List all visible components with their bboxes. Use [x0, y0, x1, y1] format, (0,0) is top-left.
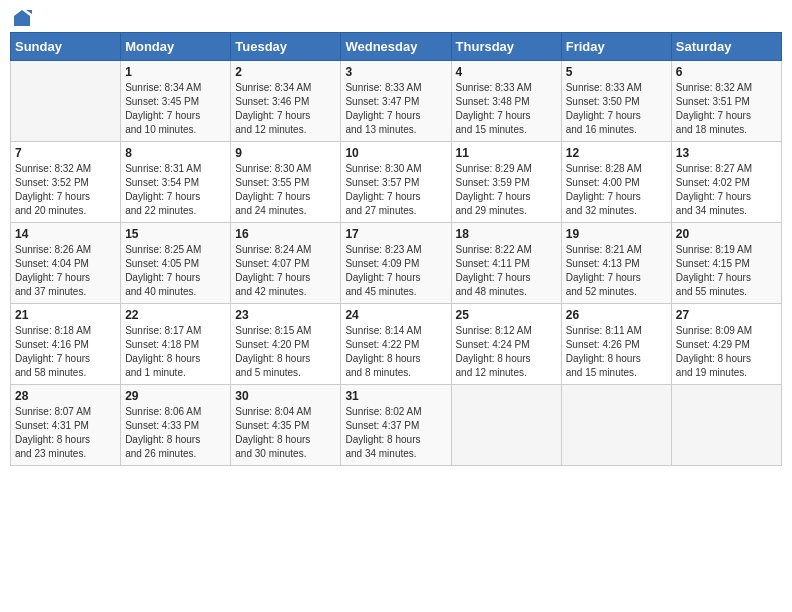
page-header: [10, 10, 782, 24]
calendar-cell: 23Sunrise: 8:15 AMSunset: 4:20 PMDayligh…: [231, 304, 341, 385]
day-number: 18: [456, 227, 557, 241]
weekday-header-sunday: Sunday: [11, 33, 121, 61]
week-row-2: 7Sunrise: 8:32 AMSunset: 3:52 PMDaylight…: [11, 142, 782, 223]
calendar-cell: 8Sunrise: 8:31 AMSunset: 3:54 PMDaylight…: [121, 142, 231, 223]
day-info: Sunrise: 8:33 AMSunset: 3:47 PMDaylight:…: [345, 81, 446, 137]
calendar-cell: 14Sunrise: 8:26 AMSunset: 4:04 PMDayligh…: [11, 223, 121, 304]
day-number: 16: [235, 227, 336, 241]
day-number: 3: [345, 65, 446, 79]
day-info: Sunrise: 8:11 AMSunset: 4:26 PMDaylight:…: [566, 324, 667, 380]
week-row-1: 1Sunrise: 8:34 AMSunset: 3:45 PMDaylight…: [11, 61, 782, 142]
day-info: Sunrise: 8:31 AMSunset: 3:54 PMDaylight:…: [125, 162, 226, 218]
week-row-5: 28Sunrise: 8:07 AMSunset: 4:31 PMDayligh…: [11, 385, 782, 466]
day-number: 11: [456, 146, 557, 160]
day-number: 21: [15, 308, 116, 322]
calendar-cell: 21Sunrise: 8:18 AMSunset: 4:16 PMDayligh…: [11, 304, 121, 385]
calendar-cell: 24Sunrise: 8:14 AMSunset: 4:22 PMDayligh…: [341, 304, 451, 385]
calendar-cell: [451, 385, 561, 466]
calendar-body: 1Sunrise: 8:34 AMSunset: 3:45 PMDaylight…: [11, 61, 782, 466]
day-number: 24: [345, 308, 446, 322]
calendar-cell: 15Sunrise: 8:25 AMSunset: 4:05 PMDayligh…: [121, 223, 231, 304]
weekday-header-wednesday: Wednesday: [341, 33, 451, 61]
day-info: Sunrise: 8:34 AMSunset: 3:45 PMDaylight:…: [125, 81, 226, 137]
day-number: 7: [15, 146, 116, 160]
calendar-cell: 5Sunrise: 8:33 AMSunset: 3:50 PMDaylight…: [561, 61, 671, 142]
day-info: Sunrise: 8:32 AMSunset: 3:52 PMDaylight:…: [15, 162, 116, 218]
calendar-cell: 18Sunrise: 8:22 AMSunset: 4:11 PMDayligh…: [451, 223, 561, 304]
day-info: Sunrise: 8:30 AMSunset: 3:55 PMDaylight:…: [235, 162, 336, 218]
day-number: 27: [676, 308, 777, 322]
day-info: Sunrise: 8:12 AMSunset: 4:24 PMDaylight:…: [456, 324, 557, 380]
calendar-cell: 30Sunrise: 8:04 AMSunset: 4:35 PMDayligh…: [231, 385, 341, 466]
calendar-cell: 7Sunrise: 8:32 AMSunset: 3:52 PMDaylight…: [11, 142, 121, 223]
day-number: 28: [15, 389, 116, 403]
day-info: Sunrise: 8:14 AMSunset: 4:22 PMDaylight:…: [345, 324, 446, 380]
day-number: 14: [15, 227, 116, 241]
weekday-header-tuesday: Tuesday: [231, 33, 341, 61]
day-info: Sunrise: 8:17 AMSunset: 4:18 PMDaylight:…: [125, 324, 226, 380]
day-info: Sunrise: 8:09 AMSunset: 4:29 PMDaylight:…: [676, 324, 777, 380]
day-info: Sunrise: 8:34 AMSunset: 3:46 PMDaylight:…: [235, 81, 336, 137]
calendar-cell: 6Sunrise: 8:32 AMSunset: 3:51 PMDaylight…: [671, 61, 781, 142]
weekday-header-saturday: Saturday: [671, 33, 781, 61]
day-info: Sunrise: 8:33 AMSunset: 3:48 PMDaylight:…: [456, 81, 557, 137]
day-info: Sunrise: 8:29 AMSunset: 3:59 PMDaylight:…: [456, 162, 557, 218]
calendar-cell: 9Sunrise: 8:30 AMSunset: 3:55 PMDaylight…: [231, 142, 341, 223]
day-number: 25: [456, 308, 557, 322]
week-row-4: 21Sunrise: 8:18 AMSunset: 4:16 PMDayligh…: [11, 304, 782, 385]
calendar-cell: 1Sunrise: 8:34 AMSunset: 3:45 PMDaylight…: [121, 61, 231, 142]
calendar-cell: 31Sunrise: 8:02 AMSunset: 4:37 PMDayligh…: [341, 385, 451, 466]
day-info: Sunrise: 8:06 AMSunset: 4:33 PMDaylight:…: [125, 405, 226, 461]
day-number: 2: [235, 65, 336, 79]
calendar-cell: 2Sunrise: 8:34 AMSunset: 3:46 PMDaylight…: [231, 61, 341, 142]
day-number: 6: [676, 65, 777, 79]
day-info: Sunrise: 8:21 AMSunset: 4:13 PMDaylight:…: [566, 243, 667, 299]
weekday-header-thursday: Thursday: [451, 33, 561, 61]
calendar-cell: 19Sunrise: 8:21 AMSunset: 4:13 PMDayligh…: [561, 223, 671, 304]
day-info: Sunrise: 8:28 AMSunset: 4:00 PMDaylight:…: [566, 162, 667, 218]
calendar-cell: 3Sunrise: 8:33 AMSunset: 3:47 PMDaylight…: [341, 61, 451, 142]
day-info: Sunrise: 8:18 AMSunset: 4:16 PMDaylight:…: [15, 324, 116, 380]
day-number: 9: [235, 146, 336, 160]
weekday-header-friday: Friday: [561, 33, 671, 61]
day-number: 5: [566, 65, 667, 79]
calendar-cell: 12Sunrise: 8:28 AMSunset: 4:00 PMDayligh…: [561, 142, 671, 223]
day-number: 15: [125, 227, 226, 241]
calendar-table: SundayMondayTuesdayWednesdayThursdayFrid…: [10, 32, 782, 466]
calendar-cell: 20Sunrise: 8:19 AMSunset: 4:15 PMDayligh…: [671, 223, 781, 304]
week-row-3: 14Sunrise: 8:26 AMSunset: 4:04 PMDayligh…: [11, 223, 782, 304]
calendar-cell: 22Sunrise: 8:17 AMSunset: 4:18 PMDayligh…: [121, 304, 231, 385]
day-number: 29: [125, 389, 226, 403]
calendar-cell: 29Sunrise: 8:06 AMSunset: 4:33 PMDayligh…: [121, 385, 231, 466]
day-info: Sunrise: 8:33 AMSunset: 3:50 PMDaylight:…: [566, 81, 667, 137]
calendar-cell: 26Sunrise: 8:11 AMSunset: 4:26 PMDayligh…: [561, 304, 671, 385]
day-number: 19: [566, 227, 667, 241]
calendar-cell: 11Sunrise: 8:29 AMSunset: 3:59 PMDayligh…: [451, 142, 561, 223]
calendar-cell: 28Sunrise: 8:07 AMSunset: 4:31 PMDayligh…: [11, 385, 121, 466]
calendar-cell: 10Sunrise: 8:30 AMSunset: 3:57 PMDayligh…: [341, 142, 451, 223]
day-number: 23: [235, 308, 336, 322]
calendar-cell: 4Sunrise: 8:33 AMSunset: 3:48 PMDaylight…: [451, 61, 561, 142]
day-number: 10: [345, 146, 446, 160]
day-info: Sunrise: 8:19 AMSunset: 4:15 PMDaylight:…: [676, 243, 777, 299]
day-info: Sunrise: 8:30 AMSunset: 3:57 PMDaylight:…: [345, 162, 446, 218]
logo: [10, 10, 32, 24]
day-info: Sunrise: 8:32 AMSunset: 3:51 PMDaylight:…: [676, 81, 777, 137]
calendar-cell: 17Sunrise: 8:23 AMSunset: 4:09 PMDayligh…: [341, 223, 451, 304]
day-number: 20: [676, 227, 777, 241]
day-number: 4: [456, 65, 557, 79]
day-number: 17: [345, 227, 446, 241]
logo-icon: [12, 8, 32, 28]
calendar-cell: [11, 61, 121, 142]
day-number: 12: [566, 146, 667, 160]
svg-marker-1: [26, 10, 32, 14]
day-number: 8: [125, 146, 226, 160]
calendar-cell: 27Sunrise: 8:09 AMSunset: 4:29 PMDayligh…: [671, 304, 781, 385]
day-info: Sunrise: 8:27 AMSunset: 4:02 PMDaylight:…: [676, 162, 777, 218]
calendar-cell: [671, 385, 781, 466]
day-number: 1: [125, 65, 226, 79]
calendar-cell: 13Sunrise: 8:27 AMSunset: 4:02 PMDayligh…: [671, 142, 781, 223]
calendar-cell: 25Sunrise: 8:12 AMSunset: 4:24 PMDayligh…: [451, 304, 561, 385]
day-number: 30: [235, 389, 336, 403]
day-info: Sunrise: 8:23 AMSunset: 4:09 PMDaylight:…: [345, 243, 446, 299]
